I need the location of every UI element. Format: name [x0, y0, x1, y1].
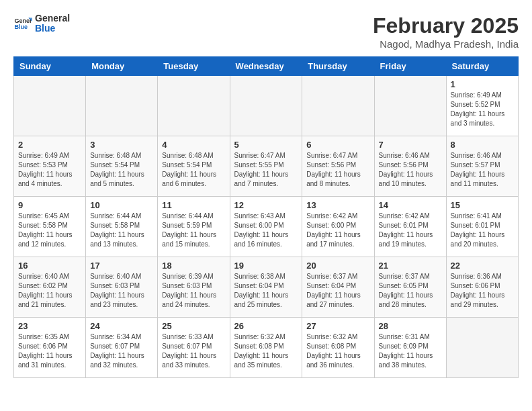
- day-number: 5: [234, 140, 298, 150]
- calendar-cell: 9Sunrise: 6:45 AM Sunset: 5:58 PM Daylig…: [14, 197, 86, 257]
- day-number: 6: [306, 140, 369, 150]
- day-info: Sunrise: 6:33 AM Sunset: 6:07 PM Dayligh…: [162, 332, 225, 370]
- calendar-cell: 27Sunrise: 6:32 AM Sunset: 6:08 PM Dayli…: [302, 318, 374, 378]
- calendar-cell: 17Sunrise: 6:40 AM Sunset: 6:03 PM Dayli…: [86, 257, 158, 318]
- calendar-cell: [14, 76, 86, 136]
- logo-icon: General Blue: [13, 14, 32, 33]
- day-number: 22: [451, 261, 514, 271]
- calendar-cell: 28Sunrise: 6:31 AM Sunset: 6:09 PM Dayli…: [374, 318, 446, 378]
- calendar-cell: 1Sunrise: 6:49 AM Sunset: 5:52 PM Daylig…: [446, 76, 518, 136]
- day-info: Sunrise: 6:41 AM Sunset: 6:01 PM Dayligh…: [451, 212, 514, 249]
- day-number: 1: [451, 79, 514, 89]
- day-info: Sunrise: 6:46 AM Sunset: 5:57 PM Dayligh…: [451, 151, 514, 189]
- calendar-cell: 8Sunrise: 6:46 AM Sunset: 5:57 PM Daylig…: [446, 136, 518, 197]
- week-row-2: 2Sunrise: 6:49 AM Sunset: 5:53 PM Daylig…: [14, 136, 519, 197]
- calendar-cell: 12Sunrise: 6:43 AM Sunset: 6:00 PM Dayli…: [230, 197, 302, 257]
- day-info: Sunrise: 6:47 AM Sunset: 5:56 PM Dayligh…: [306, 151, 369, 189]
- day-number: 12: [234, 200, 298, 210]
- day-info: Sunrise: 6:48 AM Sunset: 5:54 PM Dayligh…: [162, 151, 225, 189]
- day-number: 11: [162, 200, 225, 210]
- weekday-header-row: SundayMondayTuesdayWednesdayThursdayFrid…: [14, 57, 519, 76]
- weekday-header-friday: Friday: [374, 57, 446, 76]
- day-number: 18: [162, 261, 225, 271]
- day-number: 17: [90, 261, 153, 271]
- calendar-cell: 6Sunrise: 6:47 AM Sunset: 5:56 PM Daylig…: [302, 136, 374, 197]
- calendar-cell: 14Sunrise: 6:42 AM Sunset: 6:01 PM Dayli…: [374, 197, 446, 257]
- calendar-cell: 19Sunrise: 6:38 AM Sunset: 6:04 PM Dayli…: [230, 257, 302, 318]
- day-info: Sunrise: 6:46 AM Sunset: 5:56 PM Dayligh…: [379, 151, 442, 189]
- weekday-header-monday: Monday: [86, 57, 158, 76]
- calendar-cell: 25Sunrise: 6:33 AM Sunset: 6:07 PM Dayli…: [158, 318, 230, 378]
- day-info: Sunrise: 6:42 AM Sunset: 6:01 PM Dayligh…: [379, 212, 442, 249]
- day-info: Sunrise: 6:48 AM Sunset: 5:54 PM Dayligh…: [90, 151, 153, 189]
- day-number: 13: [306, 200, 369, 210]
- day-info: Sunrise: 6:43 AM Sunset: 6:00 PM Dayligh…: [234, 212, 298, 249]
- calendar-cell: 13Sunrise: 6:42 AM Sunset: 6:00 PM Dayli…: [302, 197, 374, 257]
- day-number: 26: [234, 321, 298, 331]
- day-number: 10: [90, 200, 153, 210]
- weekday-header-wednesday: Wednesday: [230, 57, 302, 76]
- day-info: Sunrise: 6:49 AM Sunset: 5:53 PM Dayligh…: [18, 151, 81, 189]
- calendar-cell: 15Sunrise: 6:41 AM Sunset: 6:01 PM Dayli…: [446, 197, 518, 257]
- calendar-cell: 3Sunrise: 6:48 AM Sunset: 5:54 PM Daylig…: [86, 136, 158, 197]
- day-info: Sunrise: 6:34 AM Sunset: 6:07 PM Dayligh…: [90, 332, 153, 370]
- logo-blue: Blue: [35, 24, 70, 34]
- week-row-4: 16Sunrise: 6:40 AM Sunset: 6:02 PM Dayli…: [14, 257, 519, 318]
- calendar-cell: 16Sunrise: 6:40 AM Sunset: 6:02 PM Dayli…: [14, 257, 86, 318]
- calendar-cell: 21Sunrise: 6:37 AM Sunset: 6:05 PM Dayli…: [374, 257, 446, 318]
- week-row-5: 23Sunrise: 6:35 AM Sunset: 6:06 PM Dayli…: [14, 318, 519, 378]
- day-number: 28: [379, 321, 442, 331]
- week-row-3: 9Sunrise: 6:45 AM Sunset: 5:58 PM Daylig…: [14, 197, 519, 257]
- calendar-cell: 11Sunrise: 6:44 AM Sunset: 5:59 PM Dayli…: [158, 197, 230, 257]
- day-number: 8: [451, 140, 514, 150]
- day-number: 3: [90, 140, 153, 150]
- day-number: 20: [306, 261, 369, 271]
- weekday-header-tuesday: Tuesday: [158, 57, 230, 76]
- calendar-cell: [230, 76, 302, 136]
- day-number: 14: [379, 200, 442, 210]
- day-info: Sunrise: 6:40 AM Sunset: 6:02 PM Dayligh…: [18, 272, 81, 310]
- day-info: Sunrise: 6:47 AM Sunset: 5:55 PM Dayligh…: [234, 151, 298, 189]
- day-info: Sunrise: 6:39 AM Sunset: 6:03 PM Dayligh…: [162, 272, 225, 310]
- day-info: Sunrise: 6:35 AM Sunset: 6:06 PM Dayligh…: [18, 332, 81, 370]
- weekday-header-saturday: Saturday: [446, 57, 518, 76]
- day-number: 4: [162, 140, 225, 150]
- day-info: Sunrise: 6:45 AM Sunset: 5:58 PM Dayligh…: [18, 212, 81, 249]
- logo: General Blue General Blue: [13, 13, 70, 34]
- day-number: 9: [18, 200, 81, 210]
- day-info: Sunrise: 6:32 AM Sunset: 6:08 PM Dayligh…: [234, 332, 298, 370]
- day-number: 15: [451, 200, 514, 210]
- calendar-cell: 18Sunrise: 6:39 AM Sunset: 6:03 PM Dayli…: [158, 257, 230, 318]
- page-header: General Blue General Blue February 2025 …: [13, 13, 519, 50]
- calendar-cell: [302, 76, 374, 136]
- day-info: Sunrise: 6:49 AM Sunset: 5:52 PM Dayligh…: [451, 91, 514, 128]
- calendar-cell: 23Sunrise: 6:35 AM Sunset: 6:06 PM Dayli…: [14, 318, 86, 378]
- day-number: 19: [234, 261, 298, 271]
- day-number: 21: [379, 261, 442, 271]
- title-block: February 2025 Nagod, Madhya Pradesh, Ind…: [373, 13, 519, 50]
- day-info: Sunrise: 6:36 AM Sunset: 6:06 PM Dayligh…: [451, 272, 514, 310]
- calendar-cell: [86, 76, 158, 136]
- day-info: Sunrise: 6:38 AM Sunset: 6:04 PM Dayligh…: [234, 272, 298, 310]
- svg-text:Blue: Blue: [14, 24, 28, 31]
- day-info: Sunrise: 6:44 AM Sunset: 5:59 PM Dayligh…: [162, 212, 225, 249]
- calendar-table: SundayMondayTuesdayWednesdayThursdayFrid…: [13, 56, 519, 378]
- calendar-cell: 26Sunrise: 6:32 AM Sunset: 6:08 PM Dayli…: [230, 318, 302, 378]
- logo-general: General: [35, 13, 70, 24]
- month-title: February 2025: [373, 13, 519, 38]
- calendar-cell: 22Sunrise: 6:36 AM Sunset: 6:06 PM Dayli…: [446, 257, 518, 318]
- day-info: Sunrise: 6:31 AM Sunset: 6:09 PM Dayligh…: [379, 332, 442, 370]
- day-info: Sunrise: 6:37 AM Sunset: 6:04 PM Dayligh…: [306, 272, 369, 310]
- calendar-cell: 5Sunrise: 6:47 AM Sunset: 5:55 PM Daylig…: [230, 136, 302, 197]
- day-info: Sunrise: 6:32 AM Sunset: 6:08 PM Dayligh…: [306, 332, 369, 370]
- week-row-1: 1Sunrise: 6:49 AM Sunset: 5:52 PM Daylig…: [14, 76, 519, 136]
- weekday-header-thursday: Thursday: [302, 57, 374, 76]
- day-number: 16: [18, 261, 81, 271]
- calendar-cell: [158, 76, 230, 136]
- calendar-cell: 4Sunrise: 6:48 AM Sunset: 5:54 PM Daylig…: [158, 136, 230, 197]
- day-number: 24: [90, 321, 153, 331]
- day-info: Sunrise: 6:40 AM Sunset: 6:03 PM Dayligh…: [90, 272, 153, 310]
- location-subtitle: Nagod, Madhya Pradesh, India: [373, 38, 519, 50]
- weekday-header-sunday: Sunday: [14, 57, 86, 76]
- day-number: 23: [18, 321, 81, 331]
